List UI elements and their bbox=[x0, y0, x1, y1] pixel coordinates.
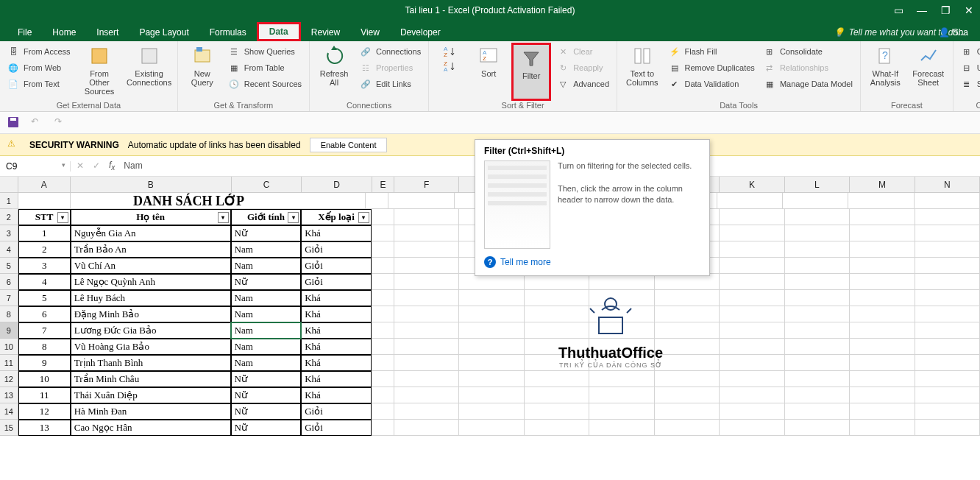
existing-connections-button[interactable]: Existing Connections bbox=[125, 43, 172, 101]
cell[interactable]: Đặng Minh Bảo bbox=[71, 306, 231, 322]
cell[interactable] bbox=[785, 420, 850, 436]
cell[interactable]: Khá bbox=[301, 387, 372, 403]
subtotal-button[interactable]: ≣Subtotal bbox=[961, 77, 980, 91]
cell[interactable] bbox=[720, 403, 784, 420]
cell[interactable] bbox=[388, 193, 454, 209]
cell[interactable] bbox=[720, 306, 784, 322]
tab-home[interactable]: Home bbox=[42, 24, 86, 41]
formula-input[interactable]: Nam bbox=[124, 160, 142, 171]
cell[interactable]: Khá bbox=[301, 371, 372, 387]
sort-az-button[interactable]: AZ ZA bbox=[433, 43, 466, 101]
column-header[interactable]: K bbox=[720, 177, 784, 193]
save-icon[interactable] bbox=[7, 116, 21, 130]
from-web-button[interactable]: 🌐From Web bbox=[7, 60, 71, 75]
cell[interactable]: 4 bbox=[18, 274, 71, 290]
cell[interactable] bbox=[785, 241, 850, 258]
cell[interactable]: Giới tính▾ bbox=[231, 209, 302, 225]
cell[interactable] bbox=[372, 290, 394, 306]
cell[interactable] bbox=[372, 225, 394, 241]
cell[interactable] bbox=[850, 258, 915, 274]
cell[interactable]: 13 bbox=[18, 420, 71, 436]
properties-button[interactable]: ☷Properties bbox=[360, 60, 421, 75]
tab-insert[interactable]: Insert bbox=[86, 24, 129, 41]
cell[interactable] bbox=[850, 322, 915, 339]
row-header[interactable]: 8 bbox=[0, 306, 18, 322]
group-button[interactable]: ⊞Group ▾ bbox=[961, 44, 980, 59]
cell[interactable]: Họ tên▾ bbox=[71, 209, 231, 225]
cell[interactable] bbox=[525, 274, 589, 290]
cell[interactable]: Lê Ngọc Quỳnh Anh bbox=[71, 274, 231, 290]
cell[interactable]: 10 bbox=[18, 371, 71, 387]
cell[interactable] bbox=[915, 241, 980, 258]
cell[interactable]: 2 bbox=[18, 241, 71, 258]
cell[interactable] bbox=[785, 258, 850, 274]
cell[interactable] bbox=[915, 225, 980, 241]
cell[interactable] bbox=[785, 339, 850, 355]
cell[interactable]: Khá bbox=[301, 322, 372, 339]
cell[interactable] bbox=[372, 420, 394, 436]
cell[interactable] bbox=[915, 420, 980, 436]
advanced-button[interactable]: ▽Advanced bbox=[557, 77, 609, 91]
filter-dropdown-icon[interactable]: ▾ bbox=[218, 212, 229, 223]
reapply-button[interactable]: ↻Reapply bbox=[557, 60, 609, 75]
ungroup-button[interactable]: ⊟Ungroup ▾ bbox=[961, 60, 980, 75]
cell[interactable] bbox=[525, 387, 589, 403]
cell[interactable] bbox=[655, 403, 720, 420]
cell[interactable] bbox=[394, 322, 459, 339]
cell[interactable] bbox=[720, 209, 784, 225]
cell[interactable] bbox=[785, 209, 850, 225]
cell[interactable]: 7 bbox=[18, 322, 71, 339]
cell[interactable] bbox=[394, 420, 459, 436]
cell[interactable] bbox=[459, 322, 524, 339]
tab-file[interactable]: File bbox=[7, 24, 42, 41]
cell[interactable]: 3 bbox=[18, 258, 71, 274]
share-button[interactable]: 👤 Sha bbox=[933, 24, 974, 41]
column-header[interactable]: M bbox=[850, 177, 915, 193]
column-header[interactable]: C bbox=[232, 177, 302, 193]
cell[interactable]: Thái Xuân Diệp bbox=[71, 387, 231, 403]
cell[interactable]: 9 bbox=[18, 355, 71, 371]
refresh-all-button[interactable]: Refresh All bbox=[314, 43, 354, 101]
cell[interactable] bbox=[850, 387, 915, 403]
row-header[interactable]: 13 bbox=[0, 387, 18, 403]
cell[interactable] bbox=[394, 371, 459, 387]
cell[interactable] bbox=[394, 387, 459, 403]
cell[interactable] bbox=[394, 209, 459, 225]
cell[interactable] bbox=[459, 339, 524, 355]
cell[interactable]: Nam bbox=[231, 339, 302, 355]
cell[interactable] bbox=[915, 209, 980, 225]
cell[interactable] bbox=[394, 258, 459, 274]
cell[interactable]: 5 bbox=[18, 290, 71, 306]
cell[interactable] bbox=[459, 355, 524, 371]
cell[interactable]: Nam bbox=[231, 355, 302, 371]
cell[interactable] bbox=[394, 241, 459, 258]
cell[interactable] bbox=[915, 306, 980, 322]
clear-button[interactable]: ✕Clear bbox=[557, 44, 609, 59]
sheet-title-cell[interactable]: DANH SÁCH LỚP bbox=[12, 193, 366, 209]
cell[interactable] bbox=[720, 355, 784, 371]
cell[interactable]: Nữ bbox=[231, 274, 302, 290]
cell[interactable] bbox=[785, 290, 850, 306]
row-header[interactable]: 15 bbox=[0, 420, 18, 436]
cell[interactable] bbox=[394, 403, 459, 420]
forecast-sheet-button[interactable]: Forecast Sheet bbox=[909, 43, 948, 101]
cell[interactable] bbox=[372, 209, 394, 225]
cell[interactable] bbox=[720, 322, 784, 339]
cell[interactable]: Vũ Hoàng Gia Bảo bbox=[71, 339, 231, 355]
row-header[interactable]: 7 bbox=[0, 290, 18, 306]
cell[interactable]: Nguyễn Gia An bbox=[71, 225, 231, 241]
ribbon-display-options-icon[interactable]: ▭ bbox=[893, 4, 903, 16]
manage-data-model-button[interactable]: ▦Manage Data Model bbox=[764, 77, 853, 91]
column-header[interactable]: L bbox=[785, 177, 850, 193]
cell[interactable] bbox=[720, 225, 784, 241]
cell[interactable] bbox=[655, 274, 720, 290]
cell[interactable] bbox=[372, 306, 394, 322]
row-header[interactable]: 3 bbox=[0, 225, 18, 241]
cell[interactable] bbox=[720, 339, 784, 355]
name-box[interactable]: C9 bbox=[0, 161, 71, 172]
cell[interactable] bbox=[915, 290, 980, 306]
column-header[interactable]: B bbox=[71, 177, 232, 193]
cell[interactable] bbox=[850, 371, 915, 387]
cell[interactable] bbox=[720, 371, 784, 387]
cell[interactable] bbox=[848, 193, 914, 209]
